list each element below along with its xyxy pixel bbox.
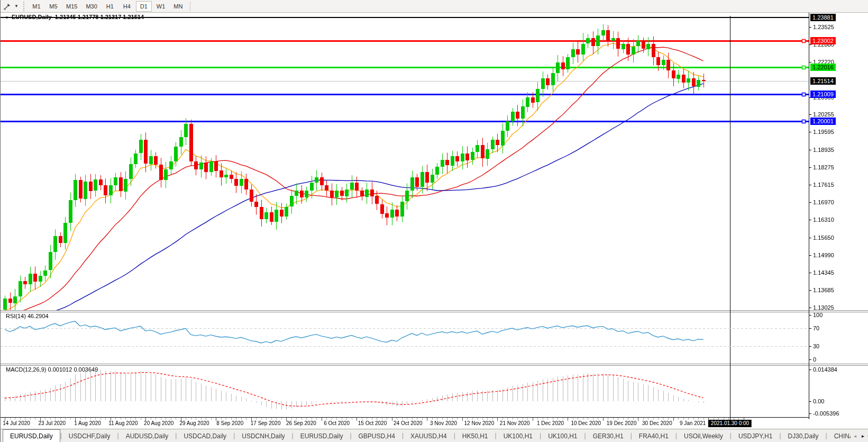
- chart-tab-usdchf-daily[interactable]: USDCHF,Daily: [62, 430, 117, 442]
- chart-tab-gbpusd-h4[interactable]: GBPUSD,H4: [352, 430, 402, 442]
- timeframe-button-mn[interactable]: MN: [170, 1, 186, 12]
- chart-tab-usoil-weekly[interactable]: USOil,Weekly: [677, 430, 730, 442]
- chart-tab-usdjpy-h1[interactable]: USDJPY,H1: [732, 430, 779, 442]
- timeframe-button-w1[interactable]: W1: [153, 1, 169, 12]
- chart-tab-eurusd-daily[interactable]: EURUSD,Daily: [3, 429, 60, 442]
- chevron-down-icon[interactable]: ▼: [13, 1, 20, 12]
- chart-tab-uk100-h1[interactable]: UK100,H1: [497, 430, 540, 442]
- timeframe-button-m1[interactable]: M1: [29, 1, 44, 12]
- price-chart-canvas[interactable]: [1, 13, 868, 442]
- chart-tab-bar: EURUSD,Daily|USDCHF,Daily|AUDUSD,Daily|U…: [1, 429, 868, 442]
- chart-tab-usdcad-daily[interactable]: USDCAD,Daily: [177, 430, 233, 442]
- toolbar-separator: [190, 2, 190, 11]
- chart-tab-dj30-daily[interactable]: DJ30,Daily: [781, 430, 826, 442]
- tab-scroll-arrows: ◂ ▸: [851, 429, 867, 442]
- chart-tab-audusd-daily[interactable]: AUDUSD,Daily: [119, 430, 176, 442]
- timeframe-button-h1[interactable]: H1: [102, 1, 118, 12]
- chart-tab-fra40-h1[interactable]: FRA40,H1: [632, 430, 675, 442]
- chart-tab-usdcnh-daily[interactable]: USDCNH,Daily: [235, 430, 291, 442]
- timeframe-button-m30[interactable]: M30: [82, 1, 100, 12]
- timeframe-button-m15[interactable]: M15: [62, 1, 81, 12]
- trading-terminal-window: ▼ M1M5M15M30H1H4D1W1MN ▼EURUSD,Daily 1.2…: [0, 0, 868, 442]
- crosshair-tool-icon[interactable]: [2, 1, 13, 12]
- tab-scroll-right-icon[interactable]: ▸: [862, 433, 864, 439]
- timeframe-button-d1[interactable]: D1: [136, 1, 152, 12]
- timeframe-buttons: M1M5M15M30H1H4D1W1MN: [28, 1, 187, 12]
- timeframe-button-m5[interactable]: M5: [45, 1, 61, 12]
- toolbar-grip[interactable]: [23, 2, 26, 11]
- chart-tab-hk50-h1[interactable]: HK50,H1: [455, 430, 495, 442]
- chart-tab-ger30-h1[interactable]: GER30,H1: [586, 430, 631, 442]
- chart-tab-uk100-h1[interactable]: UK100,H1: [541, 430, 584, 442]
- timeframe-button-h4[interactable]: H4: [119, 1, 135, 12]
- tab-scroll-left-icon[interactable]: ◂: [854, 433, 856, 439]
- chart-tab-eurusd-daily[interactable]: EURUSD,Daily: [294, 430, 350, 442]
- chart-tab-xauusd-h4[interactable]: XAUUSD,H4: [404, 430, 454, 442]
- timeframe-toolbar: ▼ M1M5M15M30H1H4D1W1MN: [1, 0, 868, 13]
